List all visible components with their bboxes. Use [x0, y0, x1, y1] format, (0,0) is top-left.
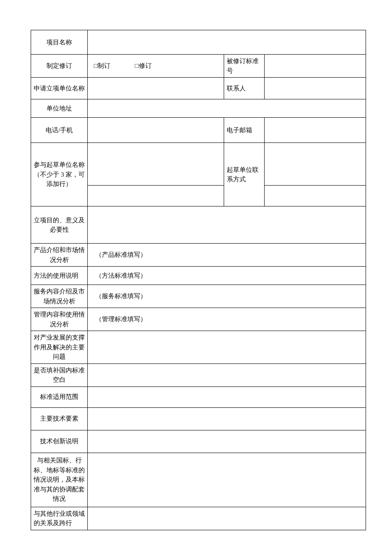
label-relation-industry: 与其他行业或领域的关系及跨行	[31, 507, 88, 530]
field-fill-gap[interactable]	[88, 363, 366, 386]
field-purpose[interactable]	[88, 206, 366, 244]
label-make-revise: 制定修订	[31, 55, 88, 78]
field-phone[interactable]	[88, 118, 224, 143]
label-industry-support: 对产业发展的支撑作用及解决的主要问题	[31, 331, 88, 364]
label-management: 管理内容和使用情况分析	[31, 308, 88, 331]
field-revised-std-no[interactable]	[265, 55, 366, 78]
field-drafter-contact-1[interactable]	[265, 143, 366, 186]
field-service[interactable]: （服务标准填写）	[88, 285, 366, 308]
label-drafters: 参与起草单位名称（不少于 3 家，可添加行）	[31, 143, 88, 206]
field-scope[interactable]	[88, 386, 366, 407]
label-purpose: 立项目的、意义及必要性	[31, 206, 88, 244]
label-scope: 标准适用范围	[31, 386, 88, 407]
label-fill-gap: 是否填补国内标准空白	[31, 363, 88, 386]
field-product[interactable]: （产品标准填写）	[88, 244, 366, 267]
label-email: 电子邮箱	[224, 118, 265, 143]
label-phone: 电话/手机	[31, 118, 88, 143]
label-applicant: 申请立项单位名称	[31, 78, 88, 99]
label-relation-std: 与相关国标、行标、地标等标准的情况说明，及本标准与其的协调配套情况	[31, 453, 88, 507]
field-tech-elements[interactable]	[88, 407, 366, 430]
field-industry-support[interactable]	[88, 331, 366, 364]
field-applicant[interactable]	[88, 78, 224, 99]
label-contact: 联系人	[224, 78, 265, 99]
field-relation-industry[interactable]	[88, 507, 366, 530]
field-method[interactable]: （方法标准填写）	[88, 267, 366, 285]
label-method: 方法的使用说明	[31, 267, 88, 285]
field-contact[interactable]	[265, 78, 366, 99]
label-product: 产品介绍和市场情况分析	[31, 244, 88, 267]
checkbox-revise[interactable]: □修订	[135, 62, 152, 69]
field-make-revise[interactable]: □制订 □修订	[88, 55, 224, 78]
label-tech-elements: 主要技术要素	[31, 407, 88, 430]
field-project-name[interactable]	[88, 30, 366, 55]
field-management[interactable]: （管理标准填写）	[88, 308, 366, 331]
label-drafter-contact: 起草单位联系方式	[224, 143, 265, 206]
label-project-name: 项目名称	[31, 30, 88, 55]
label-revised-std-no: 被修订标准号	[224, 55, 265, 78]
page: 项目名称 制定修订 □制订 □修订 被修订标准号 申请立项单位名称 联系人 单位…	[0, 0, 392, 555]
field-innovation[interactable]	[88, 430, 366, 453]
label-service: 服务内容介绍及市场情况分析	[31, 285, 88, 308]
field-drafter-contact-2[interactable]	[265, 185, 366, 206]
field-drafter-name-1[interactable]	[88, 143, 224, 186]
field-address[interactable]	[88, 99, 366, 118]
label-innovation: 技术创新说明	[31, 430, 88, 453]
field-relation-std[interactable]	[88, 453, 366, 507]
field-drafter-name-2[interactable]	[88, 185, 224, 206]
form-table: 项目名称 制定修订 □制订 □修订 被修订标准号 申请立项单位名称 联系人 单位…	[31, 30, 366, 530]
checkbox-make[interactable]: □制订	[94, 62, 110, 69]
field-email[interactable]	[265, 118, 366, 143]
label-address: 单位地址	[31, 99, 88, 118]
